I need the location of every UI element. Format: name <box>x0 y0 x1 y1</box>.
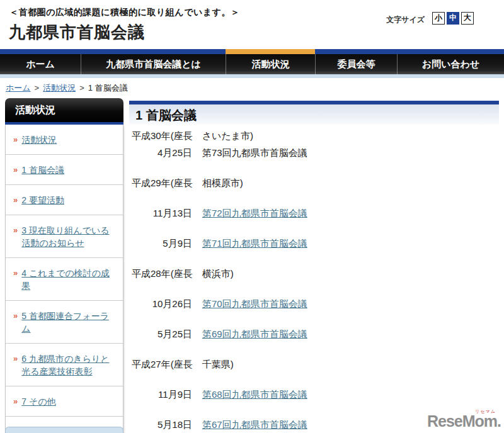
sidebar-link[interactable]: 活動状況 <box>21 133 57 146</box>
arrow-bullet-icon: » <box>13 133 18 146</box>
year-header: 平成29年(座長 相模原市) <box>132 177 499 189</box>
sidebar-item-summit[interactable]: »1 首脳会議 <box>6 154 123 184</box>
arrow-bullet-icon: » <box>13 395 18 408</box>
meeting-row: 5月9日 第71回九都県市首脳会議 <box>129 237 499 250</box>
meeting-row: 11月13日 第72回九都県市首脳会議 <box>129 207 499 220</box>
sidebar-item-activities[interactable]: »活動状況 <box>6 125 123 154</box>
meeting-date: 5月25日 <box>129 328 192 340</box>
sidebar-link[interactable]: 6 九都県市のきらりと光る産業技術表彰 <box>21 352 117 378</box>
sidebar-link[interactable]: 7 その他 <box>21 395 55 408</box>
breadcrumb: ホーム>活動状況>1 首脳会議 <box>6 82 128 94</box>
meeting-link[interactable]: 第71回九都県市首脳会議 <box>202 237 307 250</box>
sidebar-next-box-edge <box>5 427 123 433</box>
meeting-date: 11月13日 <box>129 207 192 220</box>
meeting-date: 4月25日 <box>129 147 192 159</box>
sidebar-item-tech-award[interactable]: »6 九都県市のきらりと光る産業技術表彰 <box>6 343 123 386</box>
sidebar: 活動状況 »活動状況 »1 首脳会議 »2 要望活動 »3 現在取り組んでいる活… <box>5 98 123 433</box>
sidebar-title: 活動状況 <box>5 98 123 122</box>
arrow-bullet-icon: » <box>13 164 18 176</box>
font-size-small-button[interactable]: 小 <box>432 12 445 25</box>
resemom-logo-text: ReseMom. <box>427 412 501 430</box>
year-header: 平成27年(座長 千葉県) <box>132 358 499 371</box>
sidebar-menu: »活動状況 »1 首脳会議 »2 要望活動 »3 現在取り組んでいる活動のお知ら… <box>5 125 123 433</box>
meeting-row: 4月25日 第73回九都県市首脳会議 <box>129 147 499 159</box>
nav-item-contact[interactable]: お問い合わせ <box>397 54 504 74</box>
site-tagline: ＜首都圏の広域的課題に積極的に取り組んでいます。＞ <box>9 7 239 18</box>
meeting-date: 11月9日 <box>129 388 192 401</box>
main-content: 1 首脳会議 平成30年(座長 さいたま市) 4月25日 第73回九都県市首脳会… <box>129 101 499 431</box>
sidebar-item-other[interactable]: »7 その他 <box>6 386 123 416</box>
sidebar-link[interactable]: 1 首脳会議 <box>21 164 64 176</box>
sidebar-item-requests[interactable]: »2 要望活動 <box>6 184 123 215</box>
nav-item-activities[interactable]: 活動状況 <box>226 54 315 74</box>
sidebar-item-forum[interactable]: »5 首都圏連合フォーラム <box>6 300 123 343</box>
breadcrumb-activities[interactable]: 活動状況 <box>43 83 76 93</box>
font-size-control: 文字サイズ 小 中 大 <box>386 11 474 25</box>
arrow-bullet-icon: » <box>13 224 18 237</box>
meeting-date: 5月9日 <box>129 237 192 250</box>
meeting-link[interactable]: 第68回九都県市首脳会議 <box>202 388 307 401</box>
meeting-link[interactable]: 第69回九都県市首脳会議 <box>202 328 307 340</box>
sidebar-link[interactable]: 4 これまでの検討の成果 <box>21 267 117 292</box>
nav-accent-strip <box>0 49 504 54</box>
meeting-link[interactable]: 第72回九都県市首脳会議 <box>202 207 307 220</box>
year-header: 平成28年(座長 横浜市) <box>132 267 499 280</box>
sidebar-item-past-results[interactable]: »4 これまでの検討の成果 <box>6 257 123 300</box>
site-title: 九都県市首脳会議 <box>9 21 145 43</box>
arrow-bullet-icon: » <box>13 352 18 365</box>
meeting-date: 5月18日 <box>129 419 192 431</box>
resemom-logo: リセマム ReseMom. <box>427 409 501 429</box>
nav-active-indicator <box>226 49 315 54</box>
arrow-bullet-icon: » <box>13 194 18 206</box>
font-size-label: 文字サイズ <box>386 11 425 25</box>
meeting-row: 11月9日 第68回九都県市首脳会議 <box>129 388 499 401</box>
nav-item-about[interactable]: 九都県市首脳会議とは <box>81 54 226 74</box>
main-nav: ホーム 九都県市首脳会議とは 活動状況 委員会等 お問い合わせ <box>0 54 504 74</box>
nav-under-strip <box>0 74 504 78</box>
breadcrumb-separator: > <box>79 83 84 93</box>
page-title: 1 首脳会議 <box>129 101 499 125</box>
page: ＜首都圏の広域的課題に積極的に取り組んでいます。＞ 九都県市首脳会議 文字サイズ… <box>0 0 504 433</box>
sidebar-link[interactable]: 5 首都圏連合フォーラム <box>21 310 117 335</box>
sidebar-link[interactable]: 2 要望活動 <box>21 194 64 206</box>
font-size-large-button[interactable]: 大 <box>461 12 474 25</box>
sidebar-link[interactable]: 3 現在取り組んでいる活動のお知らせ <box>21 224 117 249</box>
breadcrumb-home[interactable]: ホーム <box>6 83 31 93</box>
font-size-medium-button[interactable]: 中 <box>447 12 459 25</box>
meeting-row: 5月25日 第69回九都県市首脳会議 <box>129 328 499 340</box>
meeting-date: 10月26日 <box>129 298 192 310</box>
meeting-title: 第73回九都県市首脳会議 <box>202 147 307 159</box>
arrow-bullet-icon: » <box>13 267 18 279</box>
meeting-link[interactable]: 第70回九都県市首脳会議 <box>202 298 307 310</box>
year-header: 平成30年(座長 さいたま市) <box>132 130 499 142</box>
arrow-bullet-icon: » <box>13 310 18 322</box>
breadcrumb-separator: > <box>35 83 40 93</box>
meeting-row: 10月26日 第70回九都県市首脳会議 <box>129 298 499 310</box>
meeting-link[interactable]: 第67回九都県市首脳会議 <box>202 419 307 431</box>
nav-item-home[interactable]: ホーム <box>0 54 81 74</box>
nav-item-committees[interactable]: 委員会等 <box>315 54 397 74</box>
sidebar-item-current-activities[interactable]: »3 現在取り組んでいる活動のお知らせ <box>6 215 123 257</box>
breadcrumb-current: 1 首脳会議 <box>88 83 128 93</box>
